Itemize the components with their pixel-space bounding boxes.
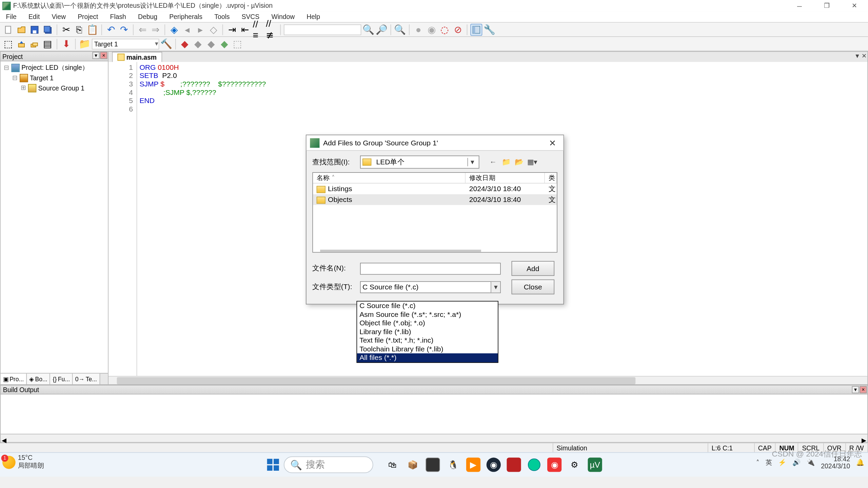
file-row-objects[interactable]: Objects 2024/3/10 18:40 文 (313, 194, 557, 205)
close-button[interactable]: ✕ (841, 0, 868, 11)
pane-close-icon[interactable]: × (100, 52, 107, 59)
tray-ime[interactable]: 英 (766, 458, 772, 467)
app-uvision[interactable]: µV (588, 458, 602, 472)
debug-icon[interactable]: 🔍 (394, 23, 406, 35)
start-button[interactable] (266, 458, 280, 472)
app-taskview[interactable] (426, 458, 440, 472)
rebuild-icon[interactable] (28, 38, 40, 50)
breakpoint-enable-icon[interactable]: ◉ (426, 23, 437, 35)
options-icon[interactable]: 🔨 (160, 38, 172, 50)
tab-project[interactable]: ▣ Pro... (1, 373, 27, 384)
bookmark-next-icon[interactable]: ▸ (194, 23, 206, 35)
app-shopping[interactable]: 🛍 (385, 458, 399, 472)
dd-item-csource[interactable]: C Source file (*.c) (357, 302, 498, 310)
select-pack-icon[interactable]: ◆ (218, 38, 230, 50)
chevron-down-icon[interactable]: ▾ (491, 282, 500, 292)
tab-functions[interactable]: {} Fu... (51, 373, 73, 384)
app-edge[interactable] (527, 458, 541, 472)
source-text[interactable]: ORG 0100H SETB P2.0 SJMP $ ;??????? $???… (137, 62, 268, 376)
menu-project[interactable]: Project (72, 13, 104, 21)
redo-icon[interactable]: ↷ (118, 23, 130, 35)
col-date[interactable]: 修改日期 (466, 173, 545, 183)
file-row-listings[interactable]: Listings 2024/3/10 18:40 文 (313, 184, 557, 195)
maximize-button[interactable]: ❐ (813, 0, 841, 11)
dd-item-toolchain[interactable]: Toolchain Library file (*.lib) (357, 345, 498, 353)
manage-components-icon[interactable]: ◆ (192, 38, 204, 50)
editor-close-icon[interactable]: ✕ (862, 53, 866, 59)
new-file-icon[interactable] (2, 23, 14, 35)
menu-peripherals[interactable]: Peripherals (163, 13, 209, 21)
uncomment-icon[interactable]: //≢ (265, 23, 277, 35)
find-icon[interactable]: 🔍 (362, 23, 374, 35)
nav-viewmenu-icon[interactable]: ▦▾ (527, 157, 538, 167)
filetype-combo[interactable]: C Source file (*.c) ▾ (360, 281, 501, 293)
save-all-icon[interactable] (42, 23, 54, 35)
dd-item-asm[interactable]: Asm Source file (*.s*; *.src; *.a*) (357, 310, 498, 319)
batch-build-icon[interactable]: ▤ (42, 38, 54, 50)
col-type[interactable]: 类 (545, 173, 557, 183)
output-close-icon[interactable]: × (860, 386, 867, 393)
breakpoint-disable-icon[interactable]: ◌ (439, 23, 451, 35)
filename-input[interactable] (360, 262, 501, 274)
breakpoint-insert-icon[interactable]: ● (413, 23, 425, 35)
output-hscrollbar[interactable]: ◂▸ (0, 434, 868, 443)
app-qq[interactable]: 🐧 (446, 458, 460, 472)
translate-icon[interactable]: ⬚ (2, 38, 14, 50)
tray-battery-icon[interactable]: 🔌 (807, 459, 815, 466)
editor-dropdown-icon[interactable]: ▼ (854, 53, 860, 59)
nav-newfolder-icon[interactable]: 📂 (514, 157, 525, 167)
filelist-scrollbar[interactable] (320, 250, 481, 252)
editor-hscrollbar[interactable] (108, 376, 867, 384)
file-list[interactable]: 名称 修改日期 类 Listings 2024/3/10 18:40 文 Obj… (312, 172, 557, 252)
bookmark-prev-icon[interactable]: ◂ (181, 23, 193, 35)
paste-icon[interactable]: 📋 (86, 23, 98, 35)
tree-group[interactable]: Source Group 1 (38, 84, 85, 92)
pack-installer-icon[interactable]: ⬚ (231, 38, 243, 50)
tray-notifications-icon[interactable]: 🔔 (856, 459, 865, 466)
tray-volume-icon[interactable]: 🔊 (792, 459, 801, 466)
menu-tools[interactable]: Tools (209, 13, 236, 21)
project-tree[interactable]: ⊟Project: LED（single） ⊟Target 1 ⊞Source … (1, 61, 108, 373)
app-music[interactable]: ◉ (547, 458, 561, 472)
menu-help[interactable]: Help (301, 13, 326, 21)
app-steam[interactable]: ◉ (487, 458, 501, 472)
minimize-button[interactable]: ─ (786, 0, 813, 11)
menu-file[interactable]: File (0, 13, 22, 21)
breakpoint-kill-icon[interactable]: ⊘ (452, 23, 464, 35)
app-box[interactable]: 📦 (406, 458, 420, 472)
dialog-close-button[interactable]: ✕ (546, 137, 560, 149)
menu-edit[interactable]: Edit (22, 13, 46, 21)
dd-item-text[interactable]: Text file (*.txt; *.h; *.inc) (357, 336, 498, 345)
window-layout-icon[interactable] (470, 23, 482, 35)
tab-books[interactable]: ◈ Bo... (27, 373, 51, 384)
target-select[interactable]: Target 1▾ (92, 38, 159, 49)
open-file-icon[interactable] (16, 23, 27, 35)
build-output-content[interactable] (0, 394, 868, 434)
dd-item-obj[interactable]: Object file (*.obj; *.o) (357, 319, 498, 327)
menu-debug[interactable]: Debug (132, 13, 163, 21)
undo-icon[interactable]: ↶ (105, 23, 117, 35)
tree-project[interactable]: Project: LED（single） (21, 63, 88, 72)
col-name[interactable]: 名称 (313, 173, 466, 183)
find-files-icon[interactable]: 🔎 (376, 23, 388, 35)
nav-fwd-icon[interactable]: ⇒ (150, 23, 161, 35)
save-icon[interactable] (28, 23, 40, 35)
output-pin-icon[interactable]: ▾ (852, 386, 859, 393)
pane-pin-icon[interactable]: ▾ (93, 52, 100, 59)
filetype-dropdown-list[interactable]: C Source file (*.c) Asm Source file (*.s… (356, 301, 498, 363)
menu-view[interactable]: View (46, 13, 72, 21)
close-dialog-button[interactable]: Close (512, 280, 555, 294)
tray-wifi-icon[interactable]: ⚡ (778, 459, 787, 466)
build-icon[interactable] (16, 38, 27, 50)
chevron-down-icon[interactable]: ▾ (467, 158, 477, 166)
tree-target[interactable]: Target 1 (30, 74, 54, 81)
lookin-combo[interactable]: LED单个 ▾ (360, 156, 479, 169)
copy-icon[interactable]: ⎘ (73, 23, 85, 35)
nav-up-icon[interactable]: 📁 (501, 157, 512, 167)
taskbar-search[interactable]: 🔍搜索 (284, 456, 373, 473)
bookmark-clear-icon[interactable]: ◇ (208, 23, 219, 35)
menu-flash[interactable]: Flash (104, 13, 132, 21)
bookmark-icon[interactable]: ◈ (168, 23, 180, 35)
cut-icon[interactable]: ✂ (60, 23, 72, 35)
config-icon[interactable]: 🔧 (484, 23, 495, 35)
